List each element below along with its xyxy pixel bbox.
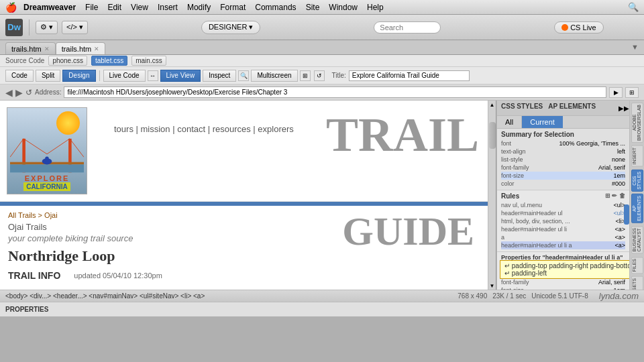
refresh-button[interactable]: ↺ (25, 88, 32, 97)
svg-line-5 (10, 139, 23, 158)
css-tablet[interactable]: tablet.css (91, 56, 127, 66)
prop-color: color#000 (501, 180, 625, 188)
panel-expand-icon[interactable]: ▶▶ (619, 101, 629, 115)
summary-title: Summary for Selection (501, 131, 625, 138)
menu-site[interactable]: Site (306, 3, 320, 12)
apple-menu[interactable]: 🍎 (5, 2, 17, 13)
forward-button[interactable]: ▶ (15, 87, 23, 98)
prop-list-style: list-stylenone (501, 156, 625, 164)
menu-help[interactable]: Help (367, 3, 384, 12)
css-panel: CSS STYLES AP ELEMENTS ▶▶ All Current Su… (496, 101, 629, 290)
status-right: 768 x 490 23K / 1 sec Unicode 5.1 UTF-8 … (458, 291, 639, 301)
tab-trails-htm-2[interactable]: trails.htm ✕ (56, 42, 106, 54)
menu-modify[interactable]: Modify (187, 3, 211, 12)
css-phone[interactable]: phone.css (48, 56, 87, 66)
css-main[interactable]: main.css (131, 56, 166, 66)
rule-nav-ul[interactable]: nav ul, ul.menu<ul> (501, 201, 625, 209)
svg-line-4 (47, 139, 70, 154)
app-name: Dreamweaver (23, 3, 76, 12)
scroll-up-button[interactable]: ▲ (488, 101, 496, 109)
rule-header-li[interactable]: header#mainHeader ul li<a> (501, 225, 625, 233)
tab-bar: trails.htm ✕ trails.htm ✕ ▼ (0, 40, 644, 55)
tooltip-box: ↵ padding-top padding-right padding-bott… (500, 260, 629, 279)
title-label: Title: (332, 72, 346, 79)
main-area: EXPLORE CALIFORNIA tours | mission | con… (0, 101, 644, 290)
logo-california: CALIFORNIA (23, 182, 70, 191)
view-inspect-btn[interactable]: Inspect (203, 70, 236, 82)
status-bar: <body> <div...> <header...> <nav#mainNav… (0, 290, 644, 302)
menu-format[interactable]: Format (220, 3, 246, 12)
scroll-down-button[interactable]: ▼ (488, 282, 496, 290)
trail-info-header: TRAIL INFO updated 05/04/10 12:30pm (8, 270, 488, 281)
view-design-btn[interactable]: Design (62, 70, 95, 82)
scroll-thumb[interactable] (489, 122, 496, 149)
tab-close-icon-2[interactable]: ✕ (94, 46, 99, 52)
cs-live-button[interactable]: CS Live (554, 21, 604, 34)
address-label: Address: (35, 88, 61, 96)
prop-font: font100% Georgia, 'Times ... (501, 139, 625, 147)
filter-icon[interactable]: ▼ (631, 43, 639, 51)
search-icon: 🔍 (628, 2, 639, 12)
tooltip-line1: ↵ padding-top padding-right padding-bott… (504, 262, 629, 269)
rule-a[interactable]: a<a> (501, 233, 625, 241)
multiscreen-icon[interactable]: ⊞ (300, 70, 311, 81)
view-livecode-btn[interactable]: Live Code (103, 70, 146, 82)
title-input[interactable] (349, 70, 470, 81)
addr-extra-button[interactable]: ⊞ (625, 87, 639, 98)
rule-header-ul[interactable]: header#mainHeader ul<ul> (501, 209, 625, 217)
view-multiscreen-btn[interactable]: Multiscreen (251, 70, 297, 82)
address-input[interactable] (64, 86, 606, 98)
ap-elements-btn[interactable]: AP ELEMENTS (631, 194, 643, 223)
source-label: Source Code (5, 57, 44, 64)
view-split-btn[interactable]: Split (36, 70, 60, 82)
menu-window[interactable]: Window (329, 3, 358, 12)
panel-tab-all[interactable]: All (497, 116, 522, 128)
assets-btn[interactable]: ASSETS (631, 276, 643, 290)
view-code-btn[interactable]: Code (5, 70, 34, 82)
view-liveview-btn[interactable]: Live View (160, 70, 201, 82)
tab-trails-htm-1[interactable]: trails.htm ✕ (5, 42, 56, 54)
tooltip-line2: ↵ padding-left (504, 269, 629, 277)
browserslab-btn[interactable]: ADOBE BROWSERSLAB (631, 103, 643, 143)
prop-text-align: text-alignleft (501, 147, 625, 156)
svg-line-6 (70, 139, 84, 158)
panel-tab-current[interactable]: Current (522, 116, 563, 128)
right-icon-panel: ADOBE BROWSERSLAB INSERT CSS STYLES AP E… (629, 101, 644, 290)
code-button[interactable]: </> ▾ (62, 21, 88, 34)
live-code-icon[interactable]: ↔ (148, 70, 158, 81)
menu-view[interactable]: View (131, 3, 148, 12)
settings-button[interactable]: ⚙ ▾ (36, 21, 58, 34)
designer-dropdown[interactable]: DESIGNER ▾ (201, 21, 261, 34)
panel-scrollbar-thumb[interactable] (624, 204, 629, 225)
webpage-area: EXPLORE CALIFORNIA tours | mission | con… (0, 101, 496, 290)
inspect-icon[interactable]: 🔍 (238, 70, 249, 81)
menu-edit[interactable]: Edit (107, 3, 121, 12)
css-styles-btn[interactable]: CSS STYLES (631, 170, 643, 192)
search-input[interactable] (374, 21, 441, 34)
files-btn[interactable]: FILES (631, 257, 643, 274)
menu-insert[interactable]: Insert (158, 3, 178, 12)
props-bar-label: PROPERTIES (5, 306, 48, 313)
logo-explore: EXPLORE (25, 174, 70, 182)
cs-live-dot (561, 24, 568, 31)
rule-header-li-a[interactable]: header#mainHeader ul li a<a> (501, 241, 625, 249)
properties-section: Properties for "header#mainHeader ul li … (497, 252, 629, 290)
trail-info-label: TRAIL INFO (8, 270, 60, 281)
rule-html-body[interactable]: html, body, div, section, ...<li> (501, 217, 625, 225)
menu-file[interactable]: File (85, 3, 98, 12)
page-scrollbar[interactable]: ▲ ▼ (488, 101, 496, 290)
nav-links: tours | mission | contact | resources | … (101, 114, 313, 144)
back-button[interactable]: ◀ (5, 87, 13, 98)
source-bar: Source Code phone.css tablet.css main.cs… (0, 55, 644, 67)
addr-go-button[interactable]: ▶ (609, 87, 623, 98)
insert-btn[interactable]: INSERT (631, 145, 643, 167)
view-sep-1 (99, 70, 100, 81)
refresh-icon[interactable]: ↺ (314, 70, 325, 81)
trail-title-section: TRAIL (326, 107, 489, 159)
status-encoding: Unicode 5.1 UTF-8 (531, 292, 588, 300)
prop-font-family2: font-familyArial, serif (501, 278, 625, 286)
business-catalyst-btn[interactable]: BUSINESS CATALYST (631, 226, 643, 253)
menu-commands[interactable]: Commands (255, 3, 296, 12)
tab-close-icon[interactable]: ✕ (44, 46, 50, 52)
lynda-logo: lynda.com (599, 291, 639, 301)
